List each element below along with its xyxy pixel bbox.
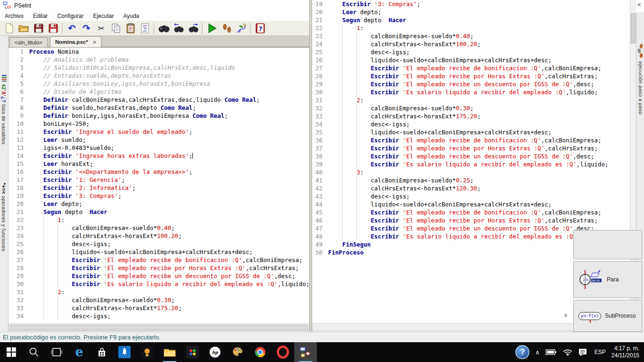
code-line[interactable]: 31 2:	[312, 96, 630, 104]
code-line[interactable]: 35 liquido<-sueldo+calcBoniEmpresa+calcH…	[312, 128, 630, 136]
code-line[interactable]: 30 Escribir 'Es salario liquido a recibi…	[8, 280, 309, 288]
code-line[interactable]: 34 desc<-igss;	[8, 312, 309, 320]
tab-sin-titulo[interactable]: <sin_titulo>	[9, 37, 48, 47]
code-line[interactable]: 26 liquido<-sueldo+calcBoniEmpresa+calcH…	[312, 56, 630, 64]
menu-ejecutar[interactable]: Ejecutar	[88, 12, 118, 20]
undo-button[interactable]: ↶	[65, 22, 79, 35]
paste-button[interactable]	[123, 22, 138, 35]
code-line[interactable]: 19 Escribir '3: Compras';	[312, 0, 630, 8]
wifi-icon[interactable]	[562, 348, 573, 356]
find-prev-button[interactable]	[171, 22, 186, 35]
code-line[interactable]: 7 Definir calcBoniEmpresa,calcHrsExtras,…	[8, 96, 309, 104]
code-line[interactable]: 13 igss<-0.0483*sueldo;	[8, 144, 309, 152]
open-file-button[interactable]	[17, 22, 31, 35]
flow-run-button[interactable]	[234, 22, 248, 35]
code-line[interactable]: 21 Segun depto Hacer	[312, 16, 630, 24]
menu-ayuda[interactable]: Ayuda	[118, 12, 144, 20]
code-line[interactable]: 30 Escribir 'Es salario liquido a recibi…	[312, 88, 630, 96]
taskbar-paint-button[interactable]	[226, 342, 249, 362]
code-line[interactable]: 20 Leer depto;	[8, 200, 309, 208]
taskbar-lamp-app-button[interactable]	[136, 342, 158, 362]
code-line[interactable]: 18 Escribir '2: Informatica';	[8, 184, 309, 192]
code-line[interactable]: 33 calcHrsExtras<-horasExt*175.20;	[312, 112, 630, 120]
cut-button[interactable]: ✂	[94, 22, 108, 35]
code-line[interactable]: 22 1:	[8, 216, 309, 224]
code-line[interactable]: 15 Leer horasExt;	[8, 160, 309, 168]
shape-button-para[interactable]: 1N N<-N Para	[573, 261, 642, 298]
code-line[interactable]: 25 desc<-igss;	[8, 240, 309, 248]
code-line[interactable]: 2 // Analisis del problema	[8, 56, 309, 64]
code-line[interactable]: 4 // Entradas:sueldo,depto,horasExtras	[8, 72, 309, 80]
code-line[interactable]: 9 Definir boniLey,igss,horasExt,boniEmpr…	[8, 112, 309, 120]
clock[interactable]: 4:17 p. m. 24/11/2015	[611, 345, 639, 359]
code-line[interactable]: 32 calcBoniEmpresa<-sueldo*0.30;	[8, 296, 309, 304]
code-line[interactable]: 41 calcBoniEmpresa<-sueldo*0.25;	[312, 176, 630, 184]
code-line[interactable]: 17 Escribir '1: Gerencia';	[8, 176, 309, 184]
code-line[interactable]: 37 Escribir 'El empleado recibe por Hora…	[312, 144, 630, 152]
code-line[interactable]: 6 // Diseño de Algoritmo	[8, 88, 309, 96]
taskbar-store-button[interactable]	[91, 342, 113, 362]
collapse-panel-icon[interactable]: <	[637, 1, 641, 8]
step-run-button[interactable]	[219, 22, 234, 35]
save-file-button[interactable]	[31, 22, 46, 35]
horizontal-scrollbar-left[interactable]	[8, 323, 309, 331]
taskbar-chrome-button[interactable]	[249, 342, 272, 362]
find-next-button[interactable]	[186, 22, 200, 35]
tray-chevron-icon[interactable]: ∧	[535, 349, 540, 356]
code-line[interactable]: 22 1:	[312, 24, 630, 32]
code-line[interactable]: 27 Escribir 'El empleado recibe de bonif…	[8, 256, 309, 264]
code-line[interactable]: 3 // Salidas:1010calcBoniEmpresa,calcHrs…	[8, 64, 309, 72]
code-line[interactable]: 29 Escribir 'El empleado recibe un descu…	[8, 272, 309, 280]
code-line[interactable]: 1Proceso Nomina	[8, 48, 309, 56]
code-line[interactable]: 33 calcHrsExtras<-horasExt*175.20;	[8, 304, 309, 312]
code-line[interactable]: 34 desc<-igss;	[312, 120, 630, 128]
code-line[interactable]: 23 calcBoniEmpresa<-sueldo*0.40;	[312, 32, 630, 40]
shape-button-subproceso[interactable]: y<-f(x) SubProceso	[573, 300, 642, 332]
code-line[interactable]: 27 Escribir 'El empleado recibe de bonif…	[312, 64, 630, 72]
operators-panel-toggle[interactable]: *+=< operadores y funciones	[1, 183, 7, 251]
code-line[interactable]: 14 Escribir 'Ingrese horas extras labora…	[8, 152, 309, 160]
code-line[interactable]: 11 Escribir 'Ingrese el sueldo del emple…	[8, 128, 309, 136]
code-line[interactable]: 20 Leer depto;	[312, 8, 630, 16]
copy-button[interactable]	[108, 22, 123, 35]
taskbar-rocket-app-button[interactable]	[113, 342, 136, 362]
language-indicator[interactable]: ESP	[594, 349, 606, 355]
save-all-button[interactable]	[46, 22, 60, 35]
taskbar-opera-button[interactable]	[272, 342, 294, 362]
code-line[interactable]: 24 calcHrsExtras<-horasExt*100.20;	[8, 232, 309, 240]
battery-icon[interactable]	[545, 349, 557, 355]
variable-list-panel-toggle[interactable]: 42'A'¿? lista de variables	[1, 84, 7, 145]
new-file-button[interactable]	[2, 22, 17, 35]
code-line[interactable]: 36 Escribir 'El empleado recibe de bonif…	[312, 136, 630, 144]
code-line[interactable]: 10 boniLey<-250;	[8, 120, 309, 128]
code-line[interactable]: 5 // Aixiliares:boniLey,igss,horasExt,bo…	[8, 80, 309, 88]
taskbar-file-explorer-button[interactable]	[158, 342, 181, 362]
close-tab-icon[interactable]: ×	[93, 39, 97, 46]
code-line[interactable]: 25 desc<-igss;	[312, 48, 630, 56]
code-line[interactable]: 21 Segun depto Hacer	[8, 208, 309, 216]
code-line[interactable]: 45 Escribir 'El empleado recibe de bonif…	[312, 208, 630, 216]
code-line[interactable]: 28 Escribir 'El empleado recibe por Hora…	[312, 72, 630, 80]
code-line[interactable]: 12 Leer sueldo;	[8, 136, 309, 144]
code-line[interactable]: 8 Definir sueldo,horasExtras,depto Como …	[8, 104, 309, 112]
taskbar-search-button[interactable]	[23, 342, 45, 362]
code-line[interactable]: 28 Escribir 'El empleado recibe por Hora…	[8, 264, 309, 272]
code-line[interactable]: 19 Escribir '3: Compras';	[8, 192, 309, 200]
taskbar-start-button[interactable]	[0, 342, 23, 362]
format-button[interactable]	[138, 22, 152, 35]
taskbar-color-app-button[interactable]	[181, 342, 204, 362]
taskbar-hp-button[interactable]: hp	[204, 342, 226, 362]
find-button[interactable]	[157, 22, 171, 35]
run-button[interactable]	[205, 22, 219, 35]
tab-nomina[interactable]: Nomina.psc* ×	[50, 36, 101, 47]
code-line[interactable]: 23 calcBoniEmpresa<-sueldo*0.40;	[8, 224, 309, 232]
code-line[interactable]: 46 Escribir 'El empleado recibe por Hora…	[312, 216, 630, 224]
code-editor-left[interactable]: 1Proceso Nomina2 // Analisis del problem…	[8, 47, 309, 324]
code-line[interactable]: 16 Escribir '<<Departamento de la empres…	[8, 168, 309, 176]
code-line[interactable]: 40 3:	[312, 168, 630, 176]
taskbar-task-view-button[interactable]	[45, 342, 68, 362]
action-center-icon[interactable]	[578, 348, 588, 356]
help-button[interactable]: ?	[253, 22, 267, 35]
menu-configurar[interactable]: Configurar	[52, 12, 88, 20]
code-line[interactable]: 38 Escribir 'El empleado recibe un descu…	[312, 152, 630, 160]
